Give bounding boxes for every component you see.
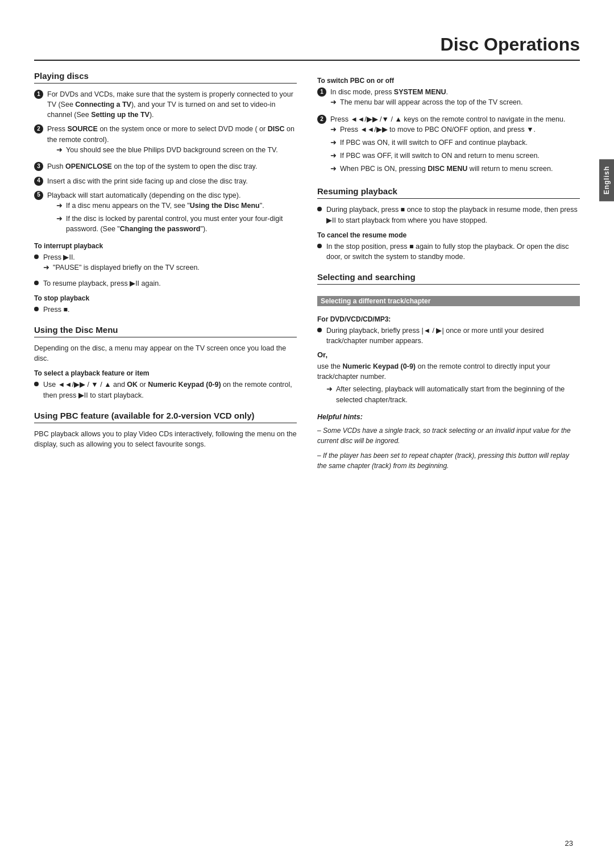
num-5: 5: [34, 191, 43, 200]
item-content: Press SOURCE on the system once or more …: [47, 124, 297, 157]
selecting-searching-title: Selecting and searching: [317, 272, 580, 285]
stop-playback-title: To stop playback: [34, 294, 297, 302]
item-text: Playback will start automatically (depen…: [47, 191, 240, 199]
bullet-icon: [34, 382, 39, 386]
list-item: During playback, briefly press |◄ / ▶| o…: [317, 326, 580, 346]
bullet-icon: [317, 207, 322, 211]
helpful-hints-title: Helpful hints:: [317, 413, 580, 421]
disc-menu-title: Using the Disc Menu: [34, 325, 297, 337]
list-item: 4 Insert a disc with the print side faci…: [34, 176, 297, 186]
arrow-icon: ➜: [330, 97, 337, 108]
item-text: Insert a disc with the print side facing…: [47, 176, 248, 186]
left-column: Playing discs 1 For DVDs and VCDs, make …: [34, 71, 297, 471]
arrow-text: When PBC is ON, pressing DISC MENU will …: [340, 164, 553, 174]
pbc-feature-intro: PBC playback allows you to play Video CD…: [34, 429, 297, 449]
num-3: 3: [34, 162, 43, 171]
arrow-icon: ➜: [56, 214, 63, 224]
arrow-text: The menu bar will appear across the top …: [340, 97, 522, 107]
arrow-item: ➜ The menu bar will appear across the to…: [330, 97, 522, 108]
list-item: 1 For DVDs and VCDs, make sure that the …: [34, 89, 297, 120]
list-item: 1 In disc mode, press SYSTEM MENU. ➜ The…: [317, 87, 580, 110]
or-text: use the Numeric Keypad (0-9) on the remo…: [317, 361, 580, 382]
item-text: Press ◄◄/▶▶ /▼ / ▲ keys on the remote co…: [330, 115, 565, 123]
english-tab: English: [599, 159, 614, 201]
content-columns: Playing discs 1 For DVDs and VCDs, make …: [34, 71, 580, 471]
bullet-icon: [317, 328, 322, 332]
arrow-icon: ➜: [326, 384, 333, 395]
item-text: During playback, briefly press |◄ / ▶| o…: [326, 326, 580, 346]
item-text: In disc mode, press SYSTEM MENU.: [330, 88, 448, 96]
item-text: Use ◄◄/▶▶ / ▼ / ▲ and OK or Numeric Keyp…: [43, 379, 297, 400]
item-text: Push OPEN/CLOSE on the top of the system…: [47, 161, 257, 172]
arrow-text: Press ◄◄/▶▶ to move to PBC ON/OFF option…: [340, 124, 536, 135]
arrow-item: ➜ If a disc menu appears on the TV, see …: [47, 201, 297, 211]
arrow-icon: ➜: [43, 262, 49, 273]
arrow-icon: ➜: [56, 201, 63, 211]
item-content: In disc mode, press SYSTEM MENU. ➜ The m…: [330, 87, 522, 110]
cancel-resume-title: To cancel the resume mode: [317, 231, 580, 239]
item-text: For DVDs and VCDs, make sure that the sy…: [47, 89, 297, 120]
arrow-text: If PBC was OFF, it will switch to ON and…: [340, 151, 540, 161]
item-text: Press SOURCE on the system once or more …: [47, 125, 294, 143]
page-container: English Disc Operations Playing discs 1 …: [0, 0, 614, 868]
page-number: 23: [565, 839, 573, 848]
arrow-item: ➜ Press ◄◄/▶▶ to move to PBC ON/OFF opti…: [330, 124, 565, 135]
list-item: 3 Push OPEN/CLOSE on the top of the syst…: [34, 161, 297, 172]
item-content: Playback will start automatically (depen…: [47, 190, 297, 236]
item-content: Press ▶II. ➜ "PAUSE" is displayed briefl…: [43, 252, 200, 276]
arrow-item: ➜ When PBC is ON, pressing DISC MENU wil…: [330, 164, 565, 174]
helpful-hints-block: Helpful hints: – Some VCDs have a single…: [317, 413, 580, 471]
stop-list: Press ■.: [34, 304, 297, 315]
helpful-hints-content: – Some VCDs have a single track, so trac…: [317, 425, 580, 471]
list-item: 2 Press SOURCE on the system once or mor…: [34, 124, 297, 157]
right-column: To switch PBC on or off 1 In disc mode, …: [317, 71, 580, 471]
playing-discs-title: Playing discs: [34, 71, 297, 84]
interrupt-list: Press ▶II. ➜ "PAUSE" is displayed briefl…: [34, 252, 297, 289]
arrow-text: If the disc is locked by parental contro…: [66, 214, 297, 234]
or-title: Or,: [317, 350, 580, 359]
select-playback-list: Use ◄◄/▶▶ / ▼ / ▲ and OK or Numeric Keyp…: [34, 379, 297, 400]
item-text: To resume playback, press ▶II again.: [43, 278, 161, 289]
item-text: Press ▶II.: [43, 253, 75, 261]
item-content: Press ◄◄/▶▶ /▼ / ▲ keys on the remote co…: [330, 114, 565, 177]
playing-discs-list: 1 For DVDs and VCDs, make sure that the …: [34, 89, 297, 236]
arrow-item: ➜ After selecting, playback will automat…: [317, 384, 580, 404]
hint-2: – If the player has been set to repeat c…: [317, 450, 580, 471]
arrow-text: After selecting, playback will automatic…: [336, 384, 580, 404]
interrupt-playback-title: To interrupt playback: [34, 242, 297, 250]
resuming-playback-title: Resuming playback: [317, 186, 580, 199]
num-1: 1: [317, 87, 326, 97]
pbc-feature-title: Using PBC feature (available for 2.0-ver…: [34, 411, 297, 423]
bullet-icon: [317, 244, 322, 248]
bullet-icon: [34, 281, 39, 285]
resuming-list: During playback, press ■ once to stop th…: [317, 205, 580, 225]
dvd-list: During playback, briefly press |◄ / ▶| o…: [317, 326, 580, 346]
arrow-text: If a disc menu appears on the TV, see "U…: [66, 201, 264, 211]
list-item: In the stop position, press ■ again to f…: [317, 241, 580, 262]
list-item: Press ▶II. ➜ "PAUSE" is displayed briefl…: [34, 252, 297, 276]
hint-1: – Some VCDs have a single track, so trac…: [317, 425, 580, 446]
num-2: 2: [317, 115, 326, 124]
arrow-icon: ➜: [330, 164, 337, 174]
different-track-subtitle: Selecting a different track/chapter: [317, 296, 580, 306]
arrow-icon: ➜: [330, 137, 337, 148]
switch-pbc-list: 1 In disc mode, press SYSTEM MENU. ➜ The…: [317, 87, 580, 176]
item-text: Press ■.: [43, 304, 69, 315]
select-playback-title: To select a playback feature or item: [34, 369, 297, 377]
num-4: 4: [34, 177, 43, 186]
list-item: To resume playback, press ▶II again.: [34, 278, 297, 289]
arrow-item: ➜ If PBC was OFF, it will switch to ON a…: [330, 151, 565, 161]
arrow-icon: ➜: [330, 124, 337, 135]
arrow-item: ➜ If PBC was ON, it will switch to OFF a…: [330, 137, 565, 148]
dvd-section-title: For DVD/VCD/CD/MP3:: [317, 315, 580, 323]
cancel-resume-list: In the stop position, press ■ again to f…: [317, 241, 580, 262]
disc-menu-intro: Depending on the disc, a menu may appear…: [34, 343, 297, 364]
list-item: Press ■.: [34, 304, 297, 315]
list-item: Use ◄◄/▶▶ / ▼ / ▲ and OK or Numeric Keyp…: [34, 379, 297, 400]
item-text: In the stop position, press ■ again to f…: [326, 241, 580, 262]
bullet-icon: [34, 307, 39, 311]
arrow-item: ➜ If the disc is locked by parental cont…: [47, 214, 297, 234]
arrow-icon: ➜: [330, 151, 337, 161]
arrow-text: You should see the blue Philips DVD back…: [66, 145, 278, 155]
list-item: 2 Press ◄◄/▶▶ /▼ / ▲ keys on the remote …: [317, 114, 580, 177]
